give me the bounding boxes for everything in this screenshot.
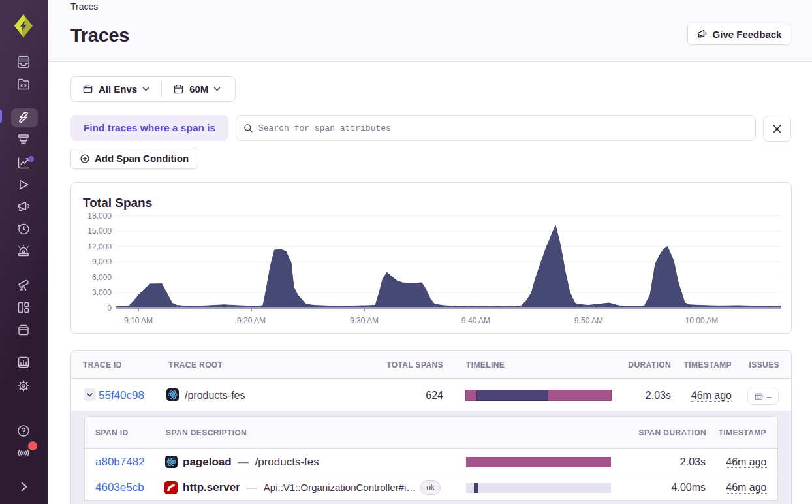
svg-text:3,000: 3,000 [92, 288, 112, 297]
svg-text:9,000: 9,000 [92, 257, 112, 266]
svg-text:9:20 AM: 9:20 AM [237, 316, 266, 325]
svg-text:9:10 AM: 9:10 AM [124, 316, 153, 325]
svg-text:6,000: 6,000 [92, 273, 112, 282]
svg-text:15,000: 15,000 [87, 227, 112, 236]
svg-text:9:50 AM: 9:50 AM [574, 316, 603, 325]
svg-text:9:40 AM: 9:40 AM [461, 316, 490, 325]
svg-text:12,000: 12,000 [87, 242, 112, 251]
svg-text:18,000: 18,000 [87, 212, 112, 221]
svg-text:10:00 AM: 10:00 AM [685, 316, 719, 325]
svg-text:9:30 AM: 9:30 AM [350, 316, 379, 325]
svg-text:0: 0 [107, 304, 112, 313]
